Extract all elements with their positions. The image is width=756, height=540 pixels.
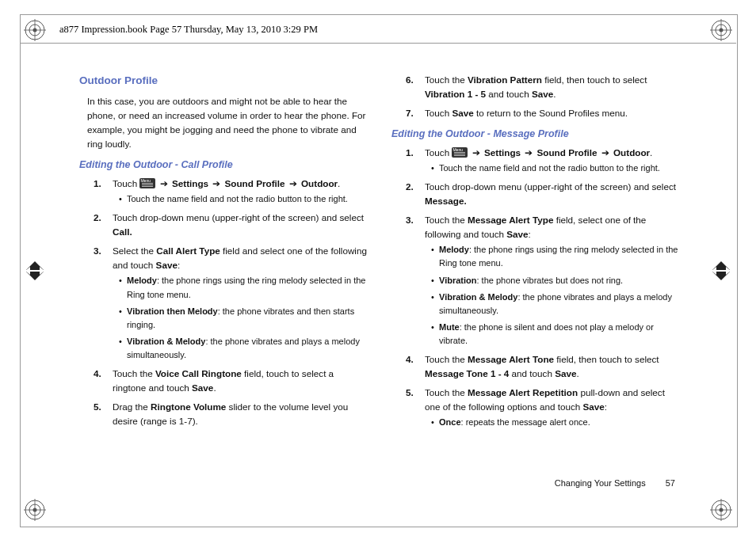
save-label: Save bbox=[156, 260, 178, 270]
option-vibration-then-melody: Vibration then Melody: the phone vibrate… bbox=[119, 305, 369, 332]
arrow-icon: ➔ bbox=[289, 177, 297, 191]
step-text: Select the bbox=[113, 245, 156, 256]
option-label: Once bbox=[439, 417, 461, 427]
step-1: 1. Touch ➔ Settings ➔ Sound Profile ➔ Ou… bbox=[100, 177, 369, 206]
svg-marker-22 bbox=[25, 267, 30, 275]
side-mark-icon bbox=[710, 260, 732, 282]
step-3: 3. Select the Call Alert Type field and … bbox=[100, 244, 369, 362]
nav-sound-profile: Sound Profile bbox=[537, 147, 598, 158]
step-3: 3. Touch the Message Alert Type field, s… bbox=[412, 213, 682, 348]
field-message-alert-type: Message Alert Type bbox=[468, 215, 553, 225]
option-label: Melody bbox=[127, 276, 157, 285]
side-mark-icon bbox=[24, 260, 46, 282]
arrow-icon: ➔ bbox=[525, 146, 533, 160]
field-call-alert-type: Call Alert Type bbox=[156, 245, 220, 256]
manual-page: a877 Impression.book Page 57 Thursday, M… bbox=[0, 0, 756, 540]
page-number: 57 bbox=[666, 478, 675, 488]
field-voice-call-ringtone: Voice Call Ringtone bbox=[155, 368, 242, 378]
nav-sound-profile: Sound Profile bbox=[225, 178, 285, 188]
option-vibration: Vibration: the phone vibrates but does n… bbox=[431, 274, 682, 287]
option-desc: : the phone is silent and does not play … bbox=[439, 322, 654, 345]
step-5: 5. Touch the Message Alert Repetition pu… bbox=[412, 386, 682, 429]
save-label: Save bbox=[506, 229, 528, 239]
save-label: Save bbox=[192, 382, 213, 393]
book-header: a877 Impression.book Page 57 Thursday, M… bbox=[59, 24, 318, 36]
arrow-icon: ➔ bbox=[212, 177, 220, 191]
option-desc: : the phone vibrates but does not ring. bbox=[476, 276, 623, 285]
step-text: to return to the Sound Profiles menu. bbox=[474, 108, 628, 118]
option-desc: : repeats the message alert once. bbox=[461, 417, 590, 427]
option-label: Vibration & Melody bbox=[127, 337, 205, 346]
arrow-icon: ➔ bbox=[601, 146, 609, 160]
left-column: Outdoor Profile In this case, you are ou… bbox=[79, 73, 369, 485]
step-text: and touch bbox=[486, 89, 532, 99]
save-label: Save bbox=[452, 108, 473, 118]
step-text: field, then touch to select bbox=[542, 74, 647, 85]
crop-mark-icon bbox=[24, 499, 46, 521]
header-rule bbox=[20, 43, 736, 44]
step-text: Touch drop-down menu (upper-right of the… bbox=[113, 212, 364, 222]
arrow-icon: ➔ bbox=[160, 177, 168, 191]
svg-marker-23 bbox=[40, 267, 44, 275]
step-4: 4. Touch the Voice Call Ringtone field, … bbox=[100, 367, 369, 395]
step-note: Touch the name field and not the radio b… bbox=[431, 162, 682, 175]
message-label: Message. bbox=[425, 196, 467, 206]
nav-settings: Settings bbox=[484, 147, 521, 158]
menu-icon bbox=[139, 178, 155, 188]
option-label: Vibration & Melody bbox=[439, 292, 517, 302]
option-vibration-and-melody: Vibration & Melody: the phone vibrates a… bbox=[119, 335, 369, 362]
subsection-message-title: Editing the Outdoor - Message Profile bbox=[391, 127, 682, 142]
step-text: Touch drop-down menu (upper-right of the… bbox=[425, 181, 676, 192]
step-text: Touch bbox=[113, 178, 139, 188]
nav-outdoor: Outdoor bbox=[613, 147, 650, 158]
call-label: Call. bbox=[113, 226, 132, 237]
crop-mark-icon bbox=[710, 499, 732, 521]
option-label: Melody bbox=[439, 245, 469, 254]
field-message-alert-tone: Message Alert Tone bbox=[468, 354, 554, 364]
field-vibration-pattern: Vibration Pattern bbox=[468, 74, 542, 85]
nav-settings: Settings bbox=[172, 178, 208, 188]
option-label: Vibration then Melody bbox=[127, 306, 218, 316]
step-text: Touch the bbox=[425, 387, 468, 397]
save-label: Save bbox=[582, 401, 604, 412]
step-text: Touch bbox=[425, 108, 452, 118]
save-label: Save bbox=[555, 368, 576, 378]
option-once: Once: repeats the message alert once. bbox=[431, 416, 682, 429]
step-text: Touch the bbox=[113, 368, 155, 378]
option-desc: : the phone rings using the ring melody … bbox=[127, 276, 365, 299]
crop-mark-icon bbox=[24, 19, 46, 41]
option-mute: Mute: the phone is silent and does not p… bbox=[431, 321, 682, 348]
svg-marker-27 bbox=[726, 267, 731, 275]
step-1: 1. Touch ➔ Settings ➔ Sound Profile ➔ Ou… bbox=[412, 146, 682, 175]
svg-marker-26 bbox=[712, 267, 716, 275]
section-title: Outdoor Profile bbox=[79, 73, 369, 89]
step-text: Touch bbox=[425, 147, 452, 158]
step-text: field, then touch to select bbox=[554, 354, 659, 364]
step-2: 2. Touch drop-down menu (upper-right of … bbox=[100, 211, 369, 239]
footer-section: Changing Your Settings bbox=[555, 478, 646, 488]
page-footer: Changing Your Settings 57 bbox=[555, 478, 675, 488]
subsection-call-title: Editing the Outdoor - Call Profile bbox=[79, 158, 369, 173]
content-area: Outdoor Profile In this case, you are ou… bbox=[79, 73, 682, 485]
crop-mark-icon bbox=[710, 19, 732, 41]
call-steps: 1. Touch ➔ Settings ➔ Sound Profile ➔ Ou… bbox=[79, 177, 369, 428]
step-6: 6. Touch the Vibration Pattern field, th… bbox=[412, 73, 682, 101]
step-text: Drag the bbox=[113, 401, 151, 412]
arrow-icon: ➔ bbox=[472, 146, 480, 160]
field-message-alert-repetition: Message Alert Repetition bbox=[468, 387, 578, 397]
step-text: Touch the bbox=[425, 354, 468, 364]
step-2: 2. Touch drop-down menu (upper-right of … bbox=[412, 180, 682, 208]
option-desc: : the phone rings using the ring melody … bbox=[439, 245, 678, 268]
save-label: Save bbox=[532, 89, 553, 99]
field-ringtone-volume: Ringtone Volume bbox=[151, 401, 226, 412]
option-label: Mute bbox=[439, 322, 460, 332]
option-melody: Melody: the phone rings using the ring m… bbox=[431, 243, 682, 270]
step-note: Touch the name field and not the radio b… bbox=[119, 192, 369, 206]
step-5: 5. Drag the Ringtone Volume slider to th… bbox=[100, 400, 369, 428]
message-tone-range: Message Tone 1 - 4 bbox=[425, 368, 509, 378]
option-label: Vibration bbox=[439, 276, 476, 285]
step-text: and touch bbox=[509, 368, 555, 378]
menu-icon bbox=[452, 147, 468, 158]
option-melody: Melody: the phone rings using the ring m… bbox=[119, 274, 369, 301]
intro-paragraph: In this case, you are outdoors and might… bbox=[87, 94, 369, 152]
